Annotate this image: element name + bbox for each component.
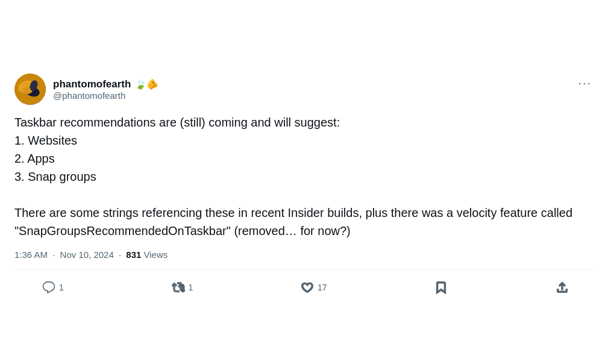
meta-separator-2: · [119,249,121,260]
meta-separator-1: · [52,249,55,260]
share-icon [556,281,569,294]
tweet-list-item-3: 3. Snap groups [14,168,597,186]
tweet-header: phantomofearth 🍃🫵 @phantomofearth ··· [14,74,597,105]
like-button[interactable]: 17 [297,277,331,298]
tweet-body: Taskbar recommendations are (still) comi… [14,113,597,240]
tweet-views-label: Views [144,249,168,260]
tweet-date: Nov 10, 2024 [60,249,114,260]
tweet-meta: 1:36 AM · Nov 10, 2024 · 831 Views [14,249,597,260]
tweet-actions: 1 1 17 [14,272,597,303]
actions-divider [14,269,597,270]
author-name[interactable]: phantomofearth [53,78,131,90]
tweet-time: 1:36 AM [14,249,48,260]
retweet-button[interactable]: 1 [168,277,197,298]
reply-count: 1 [59,283,64,292]
tweet-views-count: 831 [126,249,141,260]
avatar[interactable] [14,74,46,105]
tweet-list-item-1: 1. Websites [14,131,597,149]
bookmark-button[interactable] [431,277,451,298]
reply-icon [42,281,55,294]
author-info: phantomofearth 🍃🫵 @phantomofearth [53,78,158,101]
tweet-line2: There are some strings referencing these… [14,204,597,240]
like-count: 17 [318,283,327,292]
reply-button[interactable]: 1 [39,277,67,298]
retweet-icon [172,281,185,294]
tweet-author-area: phantomofearth 🍃🫵 @phantomofearth [14,74,158,105]
tweet-card: phantomofearth 🍃🫵 @phantomofearth ··· Ta… [0,61,611,303]
share-button[interactable] [552,277,572,298]
tweet-line1: Taskbar recommendations are (still) comi… [14,113,597,131]
author-handle[interactable]: @phantomofearth [53,90,158,101]
like-icon [301,281,314,294]
bookmark-icon [434,281,448,294]
tweet-list-item-2: 2. Apps [14,149,597,168]
more-options-button[interactable]: ··· [573,74,597,92]
retweet-count: 1 [189,283,193,292]
blank-line [14,186,597,204]
author-name-row: phantomofearth 🍃🫵 [53,78,158,90]
author-emoji: 🍃🫵 [134,78,158,90]
